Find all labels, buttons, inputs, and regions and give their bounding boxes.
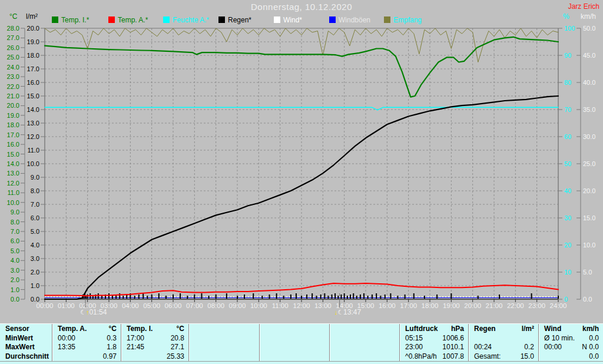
table-row xyxy=(260,334,329,343)
grid-lines xyxy=(45,28,558,299)
table-col-regen: Regenl/m²00:240.2Gesamt:15.0 xyxy=(468,324,538,361)
svg-text:9.0: 9.0 xyxy=(11,209,19,216)
table-row xyxy=(260,352,329,362)
table-col-temp-i-: Temp. I.°C17:0020.821:4527.125.33 xyxy=(121,324,188,361)
table-row: Windkm/h xyxy=(539,325,603,334)
table-row xyxy=(189,334,259,343)
svg-text:10: 10 xyxy=(564,269,571,276)
svg-text:12:00: 12:00 xyxy=(293,302,310,309)
svg-text:80: 80 xyxy=(564,79,571,86)
event-marker-time: 13:47 xyxy=(343,308,361,316)
table-cell-label xyxy=(260,343,265,352)
table-cell-value: 20.8 xyxy=(171,334,188,343)
svg-text:17.0: 17.0 xyxy=(7,131,19,138)
event-marker-0154: ☾↑01:54 xyxy=(80,308,107,316)
svg-text:0.0: 0.0 xyxy=(11,296,19,303)
table-cell-label: 21:45 xyxy=(121,343,144,352)
svg-text:2.0: 2.0 xyxy=(31,269,39,276)
svg-text:16:00: 16:00 xyxy=(379,302,396,309)
event-marker-time: 01:54 xyxy=(89,308,107,316)
table-row: 05:151006.6 xyxy=(400,334,468,343)
table-cell-value: °C xyxy=(177,325,188,334)
svg-text:10.0: 10.0 xyxy=(7,199,19,206)
table-cell-value xyxy=(395,343,399,352)
table-row xyxy=(469,334,538,343)
svg-text:7.0: 7.0 xyxy=(11,228,19,235)
svg-text:25.0: 25.0 xyxy=(583,160,595,167)
table-cell-value: 15.0 xyxy=(521,352,538,362)
table-cell-value: N 0.0 xyxy=(582,343,603,352)
table-row: Regenl/m² xyxy=(469,325,538,334)
svg-text:07:00: 07:00 xyxy=(186,302,203,309)
svg-text:1.0: 1.0 xyxy=(11,286,19,293)
table-row xyxy=(189,325,259,334)
svg-text:4.0: 4.0 xyxy=(11,257,19,264)
svg-text:10.0: 10.0 xyxy=(583,241,595,249)
table-cell-label: Gesamt: xyxy=(469,352,501,362)
table-row: Temp. A.°C xyxy=(52,325,121,334)
table-cell-label: MinWert xyxy=(0,334,33,343)
temp-axis: 0.01.02.03.04.05.06.07.08.09.010.011.012… xyxy=(7,25,25,303)
table-cell-value: 1006.6 xyxy=(442,334,468,343)
table-col-empty-3 xyxy=(188,324,259,361)
svg-text:8.0: 8.0 xyxy=(11,219,19,226)
svg-text:40: 40 xyxy=(564,187,571,194)
svg-text:5.0: 5.0 xyxy=(583,269,592,276)
svg-text:11.0: 11.0 xyxy=(7,189,19,196)
table-cell-label xyxy=(330,343,335,352)
table-row: MinWert xyxy=(0,334,52,343)
svg-text:10.0: 10.0 xyxy=(27,160,39,167)
table-row xyxy=(330,325,399,334)
table-col-empty-5 xyxy=(329,324,399,361)
table-row xyxy=(189,343,259,352)
table-cell-label: 00:00 xyxy=(52,334,75,343)
table-cell-value: hPa xyxy=(451,325,468,334)
table-cell-value: °C xyxy=(109,325,121,334)
svg-text:0.0: 0.0 xyxy=(583,296,592,303)
table-cell-label xyxy=(260,334,265,343)
table-col-temp-a-: Temp. A.°C00:000.313:351.80.97 xyxy=(52,324,121,361)
svg-text:13.0: 13.0 xyxy=(27,120,39,127)
svg-text:24.0: 24.0 xyxy=(7,64,19,71)
table-cell-label xyxy=(469,334,474,343)
table-cell-label xyxy=(189,334,194,343)
svg-text:9.0: 9.0 xyxy=(31,174,39,181)
table-row: Durchschnitt xyxy=(0,352,52,362)
svg-text:20.0: 20.0 xyxy=(27,25,39,32)
svg-text:18:00: 18:00 xyxy=(422,302,439,309)
table-cell-value xyxy=(395,352,399,362)
table-cell-label xyxy=(189,343,194,352)
table-cell-value xyxy=(255,325,259,334)
table-row: 23:001010.1 xyxy=(400,343,468,352)
svg-text:20: 20 xyxy=(564,241,571,249)
table-row xyxy=(189,352,259,362)
table-cell-value: 1010.1 xyxy=(442,343,468,352)
svg-text:7.0: 7.0 xyxy=(31,201,39,208)
table-row: 13:351.8 xyxy=(52,343,121,352)
table-cell-label: MaxWert xyxy=(0,343,35,352)
table-row xyxy=(330,352,399,362)
table-row: 17:0020.8 xyxy=(121,334,188,343)
svg-text:19.0: 19.0 xyxy=(27,38,39,45)
svg-text:40.0: 40.0 xyxy=(583,79,595,86)
table-row xyxy=(330,334,399,343)
svg-text:20.0: 20.0 xyxy=(7,102,19,109)
svg-text:4.0: 4.0 xyxy=(31,241,39,249)
table-row: 0.97 xyxy=(52,352,121,362)
chart-plot-area[interactable]: 0.01.02.03.04.05.06.07.08.09.010.011.012… xyxy=(0,0,603,323)
svg-text:17.0: 17.0 xyxy=(27,65,39,72)
svg-text:26.0: 26.0 xyxy=(7,44,19,51)
table-cell-value: 1007.8 xyxy=(442,352,468,362)
svg-text:12.0: 12.0 xyxy=(7,180,19,187)
svg-text:17:00: 17:00 xyxy=(400,302,417,309)
svg-text:24:00: 24:00 xyxy=(550,302,567,309)
table-cell-label: 00:00 xyxy=(539,343,562,352)
table-cell-label: Wind xyxy=(539,325,561,334)
svg-text:28.0: 28.0 xyxy=(7,25,19,32)
svg-text:23.0: 23.0 xyxy=(7,73,19,80)
svg-text:45.0: 45.0 xyxy=(583,52,595,59)
table-cell-label: Temp. A. xyxy=(52,325,87,334)
svg-text:3.0: 3.0 xyxy=(11,267,19,274)
svg-text:8.0: 8.0 xyxy=(31,187,39,194)
table-cell-label: 17:00 xyxy=(121,334,144,343)
